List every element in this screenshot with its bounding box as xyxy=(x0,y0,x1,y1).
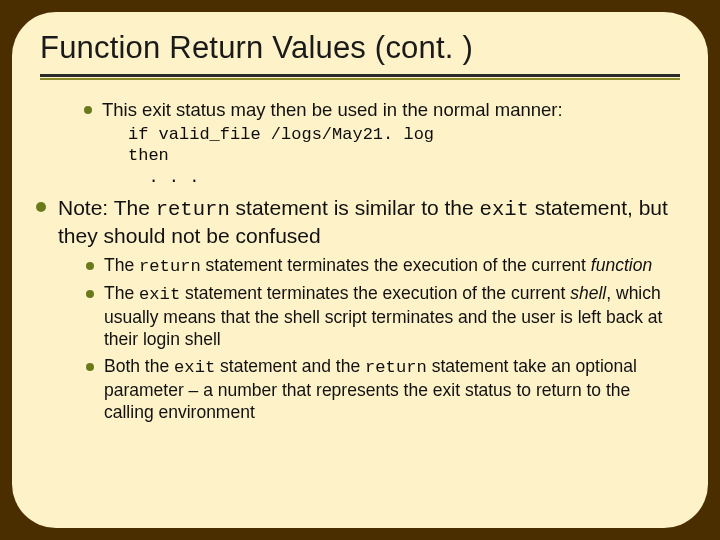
sub-bullet-both: Both the exit statement and the return s… xyxy=(104,355,680,424)
bullet-icon xyxy=(36,202,46,212)
s2-exit: exit xyxy=(139,285,180,304)
bullet-note: Note: The return statement is similar to… xyxy=(58,195,680,424)
slide-body: This exit status may then be used in the… xyxy=(40,98,680,424)
code-block: if valid_file /logs/May21. log then . . … xyxy=(102,124,680,189)
bullet-exit-status: This exit status may then be used in the… xyxy=(102,98,680,189)
slide-card: Function Return Values (cont. ) This exi… xyxy=(12,12,708,528)
s2-ital: shell xyxy=(570,283,606,303)
bullet-icon xyxy=(84,106,92,114)
bullet-icon xyxy=(86,262,94,270)
s1-mid: statement terminates the execution of th… xyxy=(201,255,591,275)
note-pre: Note: The xyxy=(58,196,156,219)
rule-olive xyxy=(40,78,680,80)
code-return: return xyxy=(156,198,230,221)
s3-exit: exit xyxy=(174,358,215,377)
bullet-level-1: Note: The return statement is similar to… xyxy=(40,195,680,424)
code-exit: exit xyxy=(480,198,529,221)
s3-return: return xyxy=(365,358,427,377)
sub-bullet-exit: The exit statement terminates the execut… xyxy=(104,282,680,351)
bullet-icon xyxy=(86,363,94,371)
code-line-3: . . . xyxy=(148,168,199,187)
s3-mid1: statement and the xyxy=(215,356,365,376)
s1-return: return xyxy=(139,257,201,276)
rule-dark xyxy=(40,74,680,77)
s1-ital: function xyxy=(591,255,652,275)
bullet-level-2-sub: The return statement terminates the exec… xyxy=(58,254,680,423)
code-line-1: if valid_file /logs/May21. log xyxy=(128,125,434,144)
note-mid: statement is similar to the xyxy=(230,196,480,219)
bullet-level-2-top: This exit status may then be used in the… xyxy=(40,98,680,189)
bullet-icon xyxy=(86,290,94,298)
s2-mid: statement terminates the execution of th… xyxy=(180,283,570,303)
sub-bullet-return: The return statement terminates the exec… xyxy=(104,254,680,278)
code-line-2: then xyxy=(128,146,169,165)
text-exit-status: This exit status may then be used in the… xyxy=(102,99,563,120)
s3-pre: Both the xyxy=(104,356,174,376)
s2-pre: The xyxy=(104,283,139,303)
slide-title: Function Return Values (cont. ) xyxy=(40,30,680,66)
s1-pre: The xyxy=(104,255,139,275)
